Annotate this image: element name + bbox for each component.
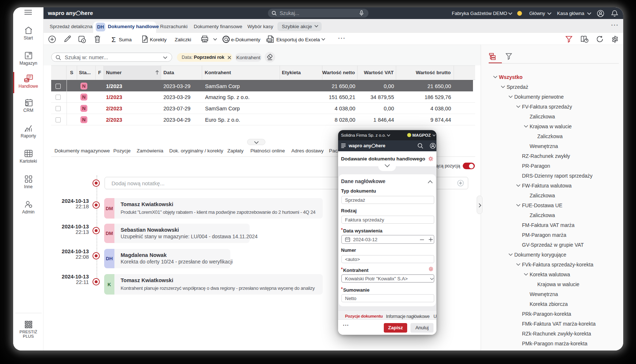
svg-text:XLSX: XLSX [266, 39, 273, 41]
